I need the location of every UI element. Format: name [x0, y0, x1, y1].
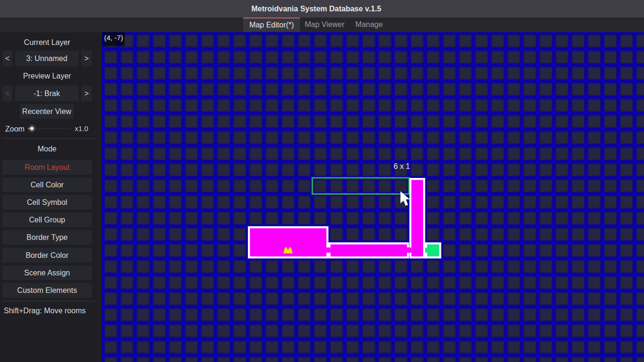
- svg-text:6 x 1: 6 x 1: [394, 162, 410, 170]
- svg-text:(4, -7): (4, -7): [104, 34, 123, 42]
